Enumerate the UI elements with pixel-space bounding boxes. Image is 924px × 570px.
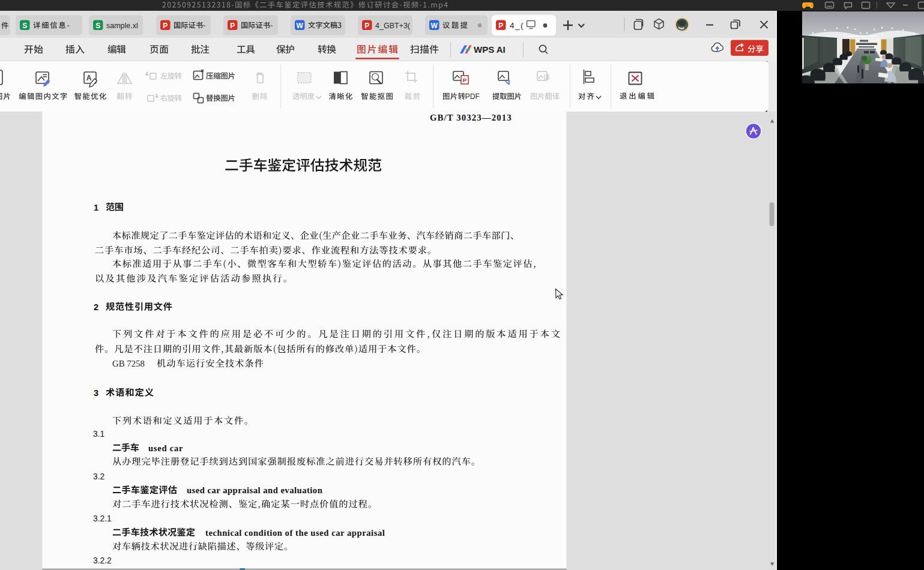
- svg-text:3: 3: [94, 388, 98, 398]
- svg-text:3.2.2: 3.2.2: [93, 556, 112, 565]
- svg-text:P: P: [498, 22, 503, 30]
- svg-text:S: S: [22, 22, 27, 30]
- svg-text:P: P: [364, 22, 369, 30]
- svg-text:WPS AI: WPS AI: [474, 44, 506, 55]
- svg-text:4_GBT+3(: 4_GBT+3(: [375, 22, 411, 30]
- svg-text:3.2.1: 3.2.1: [93, 514, 112, 523]
- svg-text:P: P: [163, 22, 168, 30]
- svg-text:P: P: [230, 22, 235, 30]
- svg-text:W: W: [431, 22, 438, 30]
- svg-text:4_(: 4_(: [510, 21, 524, 30]
- svg-text:technical condition of the use: technical condition of the used car appr…: [205, 528, 385, 538]
- svg-text:P: P: [463, 77, 467, 83]
- svg-text:S: S: [95, 22, 100, 30]
- svg-text:1: 1: [94, 203, 98, 212]
- svg-text:W: W: [297, 22, 304, 30]
- svg-text:3.2: 3.2: [93, 472, 104, 481]
- svg-text:GB/T 30323—2013: GB/T 30323—2013: [430, 113, 512, 122]
- svg-text:A: A: [86, 74, 92, 82]
- svg-text:2: 2: [94, 302, 98, 312]
- svg-text:used car: used car: [148, 443, 183, 453]
- svg-text:3.1: 3.1: [93, 430, 104, 439]
- svg-text:used car appraisal and evaluat: used car appraisal and evaluation: [187, 485, 322, 495]
- svg-text:sample.xl: sample.xl: [106, 22, 138, 30]
- svg-text:PDF: PDF: [465, 92, 480, 101]
- svg-text:GB 7258: GB 7258: [112, 359, 145, 368]
